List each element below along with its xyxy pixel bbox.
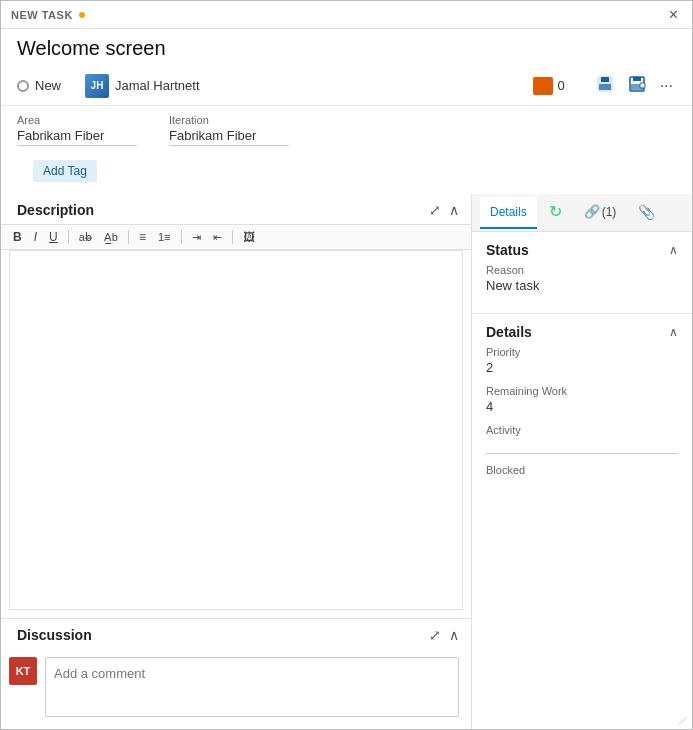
right-panel: Details ↻ 🔗 (1) 📎 Status ∧ — [472, 194, 692, 729]
tab-links[interactable]: 🔗 (1) — [574, 196, 627, 229]
separator-3 — [181, 230, 182, 244]
area-label: Area — [17, 114, 137, 126]
strikethrough-button[interactable]: ab̶ — [75, 230, 96, 245]
assignee-name: Jamal Hartnett — [115, 78, 200, 93]
discussion-section-icons: ⤢ ∧ — [429, 627, 459, 643]
discussion-input-row: KT — [1, 649, 471, 721]
separator-4 — [232, 230, 233, 244]
status-label: New — [35, 78, 61, 93]
svg-marker-1 — [538, 90, 541, 92]
user-avatar-small: KT — [9, 657, 37, 685]
resize-handle[interactable]: ⟋ — [676, 713, 688, 725]
links-badge: (1) — [602, 205, 617, 219]
svg-rect-6 — [633, 77, 641, 81]
description-collapse-icon[interactable]: ∧ — [449, 202, 459, 218]
close-button[interactable]: × — [665, 5, 682, 25]
status-section-title: Status — [486, 242, 529, 258]
highlight-button[interactable]: A̲b — [100, 230, 122, 245]
description-expand-icon[interactable]: ⤢ — [429, 202, 441, 218]
status-dot — [17, 80, 29, 92]
unsaved-dot — [79, 12, 85, 18]
left-panel: Description ⤢ ∧ B I U ab̶ A̲b ≡ 1≡ ⇥ ⇤ — [1, 194, 472, 729]
discussion-section: Discussion ⤢ ∧ KT — [1, 618, 471, 729]
toolbar-row: New JH Jamal Hartnett 0 — [1, 66, 692, 106]
italic-button[interactable]: I — [30, 229, 41, 245]
discussion-expand-icon[interactable]: ⤢ — [429, 627, 441, 643]
separator-1 — [68, 230, 69, 244]
activity-field: Activity — [486, 424, 678, 454]
priority-value[interactable]: 2 — [486, 360, 678, 375]
status-section: Status ∧ Reason New task — [472, 232, 692, 313]
toolbar-icons: ↓ ··· — [593, 73, 676, 99]
more-button[interactable]: ··· — [657, 75, 676, 97]
comment-input[interactable] — [45, 657, 459, 717]
editor-toolbar: B I U ab̶ A̲b ≡ 1≡ ⇥ ⇤ 🖼 — [1, 224, 471, 250]
area-value[interactable]: Fabrikam Fiber — [17, 128, 137, 146]
iteration-value[interactable]: Fabrikam Fiber — [169, 128, 289, 146]
svg-rect-0 — [536, 80, 550, 90]
activity-label: Activity — [486, 424, 678, 436]
details-section-title: Details — [486, 324, 532, 340]
image-button[interactable]: 🖼 — [239, 229, 259, 245]
remaining-work-field: Remaining Work 4 — [486, 385, 678, 414]
meta-row: Area Fabrikam Fiber Iteration Fabrikam F… — [1, 106, 692, 150]
underline-button[interactable]: U — [45, 229, 62, 245]
description-section-icons: ⤢ ∧ — [429, 202, 459, 218]
remaining-work-value[interactable]: 4 — [486, 399, 678, 414]
right-tabs: Details ↻ 🔗 (1) 📎 — [472, 194, 692, 232]
tab-work[interactable]: ↻ — [539, 194, 572, 231]
description-title: Description — [17, 202, 94, 218]
status-collapse-icon[interactable]: ∧ — [669, 243, 678, 257]
window-title: NEW TASK — [11, 9, 73, 21]
save-as-button[interactable]: ↓ — [625, 73, 649, 99]
reason-field: Reason New task — [486, 264, 678, 293]
avatar: JH — [85, 74, 109, 98]
blocked-label: Blocked — [486, 464, 678, 476]
description-header: Description ⤢ ∧ — [1, 194, 471, 224]
indent-button[interactable]: ⇥ — [188, 230, 205, 245]
svg-text:↓: ↓ — [641, 83, 643, 88]
discussion-header: Discussion ⤢ ∧ — [1, 619, 471, 649]
page-title: Welcome screen — [1, 29, 692, 66]
priority-label: Priority — [486, 346, 678, 358]
tab-details-label: Details — [490, 205, 527, 219]
description-editor[interactable] — [9, 250, 463, 610]
blocked-field: Blocked — [486, 464, 678, 494]
comment-icon — [533, 77, 553, 95]
details-collapse-icon[interactable]: ∧ — [669, 325, 678, 339]
title-bar-left: NEW TASK — [11, 9, 85, 21]
svg-rect-3 — [601, 77, 609, 82]
tab-details[interactable]: Details — [480, 197, 537, 229]
svg-rect-4 — [599, 84, 611, 90]
status-indicator[interactable]: New — [17, 78, 61, 93]
discussion-title: Discussion — [17, 627, 92, 643]
status-section-header: Status ∧ — [486, 242, 678, 258]
outdent-button[interactable]: ⇤ — [209, 230, 226, 245]
details-section-header: Details ∧ — [486, 324, 678, 340]
bullet-list-button[interactable]: ≡ — [135, 229, 150, 245]
reason-label: Reason — [486, 264, 678, 276]
add-tag-button[interactable]: Add Tag — [33, 160, 97, 182]
area-field: Area Fabrikam Fiber — [17, 114, 137, 146]
comment-count: 0 — [557, 78, 564, 93]
blocked-value[interactable] — [486, 478, 678, 494]
iteration-label: Iteration — [169, 114, 289, 126]
title-bar: NEW TASK × — [1, 1, 692, 29]
discussion-collapse-icon[interactable]: ∧ — [449, 627, 459, 643]
tag-row: Add Tag — [1, 150, 692, 194]
avatar-image: JH — [85, 74, 109, 98]
main-content: Description ⤢ ∧ B I U ab̶ A̲b ≡ 1≡ ⇥ ⇤ — [1, 194, 692, 729]
assignee[interactable]: JH Jamal Hartnett — [85, 74, 200, 98]
reason-value[interactable]: New task — [486, 278, 678, 293]
details-section: Details ∧ Priority 2 Remaining Work 4 Ac… — [472, 313, 692, 514]
tab-attachments[interactable]: 📎 — [628, 196, 665, 230]
activity-value[interactable] — [486, 438, 678, 454]
work-icon: ↻ — [549, 202, 562, 221]
save-button[interactable] — [593, 73, 617, 99]
comment-badge: 0 — [533, 77, 564, 95]
bold-button[interactable]: B — [9, 229, 26, 245]
numbered-list-button[interactable]: 1≡ — [154, 230, 175, 245]
attachments-icon: 📎 — [638, 204, 655, 220]
priority-field: Priority 2 — [486, 346, 678, 375]
remaining-work-label: Remaining Work — [486, 385, 678, 397]
